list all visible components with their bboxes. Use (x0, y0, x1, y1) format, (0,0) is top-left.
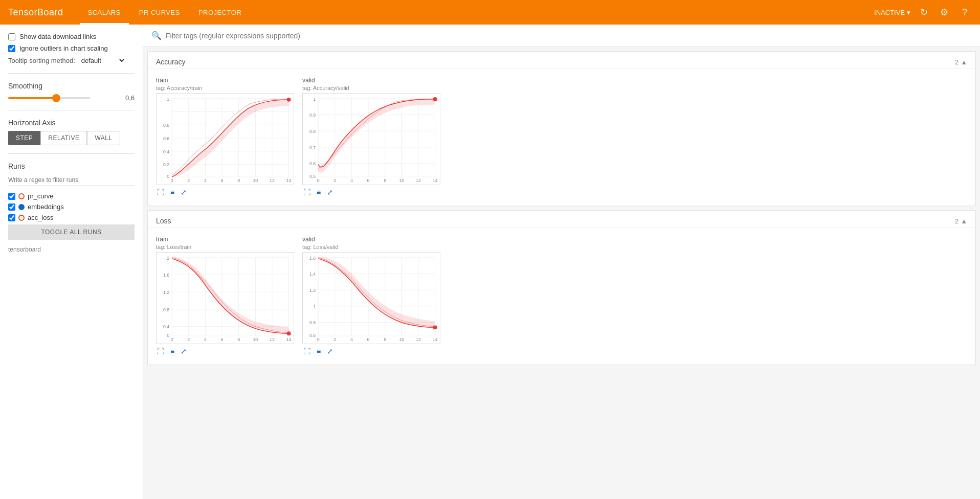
svg-text:0.6: 0.6 (309, 333, 316, 338)
svg-text:0.5: 0.5 (309, 174, 316, 179)
run-circle-acc-loss (18, 215, 25, 221)
loss-valid-data-btn[interactable]: ≡ (316, 346, 322, 356)
svg-text:0.8: 0.8 (309, 320, 316, 325)
main-content: 🔍 Accuracy 2 ▲ train tag: Accuracy/train (143, 25, 980, 499)
header-right: INACTIVE ▾ ↻ ⚙ ? (874, 5, 972, 19)
loss-train-expand-btn[interactable]: ⛶ (156, 346, 165, 356)
svg-text:0.8: 0.8 (163, 123, 169, 128)
svg-text:1.6: 1.6 (309, 256, 316, 261)
loss-valid-download-btn[interactable]: ⤢ (326, 346, 334, 356)
svg-text:10: 10 (253, 337, 258, 342)
accuracy-valid-download-btn[interactable]: ⤢ (326, 187, 334, 197)
tag-filter-input[interactable] (166, 32, 972, 40)
axis-title: Horizontal Axis (8, 119, 135, 127)
svg-text:14: 14 (433, 178, 438, 183)
svg-text:2: 2 (187, 178, 190, 183)
ignore-outliers-checkbox[interactable] (8, 45, 15, 52)
loss-train-svg: 2 1.6 1.2 0.8 0.4 0 0 2 4 6 8 1 (156, 252, 294, 344)
svg-text:14: 14 (286, 337, 292, 342)
svg-text:0: 0 (317, 178, 320, 183)
svg-text:0.2: 0.2 (163, 162, 169, 167)
accuracy-train-data-btn[interactable]: ≡ (169, 187, 175, 197)
accuracy-valid-expand-btn[interactable]: ⛶ (302, 187, 311, 197)
smoothing-slider-container: 0,6 (8, 94, 135, 102)
sidebar: Show data download links Ignore outliers… (0, 25, 143, 499)
tensorboard-footer-label: tensorboard (8, 246, 135, 253)
loss-valid-title: valid (302, 236, 440, 243)
axis-section: Horizontal Axis STEP RELATIVE WALL (8, 119, 135, 145)
tooltip-label: Tooltip sorting method: (8, 57, 75, 64)
nav-projector[interactable]: PROJECTOR (190, 0, 250, 25)
loss-section: Loss 2 ▲ train tag: Loss/train (147, 210, 976, 365)
accuracy-valid-card: valid tag: Accuracy/valid (298, 73, 444, 201)
show-download-label: Show data download links (19, 33, 96, 40)
nav-scalars[interactable]: SCALARS (80, 0, 129, 25)
run-item-embeddings: embeddings (8, 203, 135, 211)
accuracy-valid-svg: 1 0.9 0.8 0.7 0.6 0.5 0 2 4 6 8 (302, 93, 440, 185)
run-checkbox-embeddings[interactable] (8, 203, 15, 211)
svg-point-87 (287, 331, 291, 335)
accuracy-train-tag: tag: Accuracy/train (156, 85, 294, 91)
axis-buttons: STEP RELATIVE WALL (8, 131, 135, 145)
refresh-icon[interactable]: ↻ (917, 5, 931, 19)
toggle-all-runs-button[interactable]: TOGGLE ALL RUNS (8, 224, 135, 240)
show-download-checkbox[interactable] (8, 33, 15, 40)
runs-section: Runs pr_curve embeddings acc_loss TOGGLE… (8, 162, 135, 253)
svg-text:0.7: 0.7 (309, 145, 316, 150)
accuracy-valid-title: valid (302, 77, 440, 84)
svg-text:0: 0 (167, 333, 169, 338)
divider-3 (8, 153, 135, 154)
run-label-acc-loss: acc_loss (28, 214, 54, 221)
axis-relative-button[interactable]: RELATIVE (40, 131, 87, 145)
svg-text:8: 8 (237, 337, 240, 342)
axis-step-button[interactable]: STEP (8, 131, 40, 145)
run-checkbox-pr-curve[interactable] (8, 193, 15, 200)
run-checkbox-acc-loss[interactable] (8, 214, 15, 221)
accuracy-train-title: train (156, 77, 294, 84)
loss-valid-chart: 1.6 1.4 1.2 1 0.8 0.6 0 2 4 6 8 (302, 252, 440, 344)
svg-text:1: 1 (313, 304, 316, 309)
svg-text:0: 0 (167, 174, 169, 179)
svg-text:1: 1 (167, 97, 169, 102)
loss-train-data-btn[interactable]: ≡ (169, 346, 175, 356)
accuracy-train-chart: 1 0.8 0.6 0.4 0.2 0 0 2 4 6 8 1 (156, 93, 294, 185)
run-item-acc-loss: acc_loss (8, 214, 135, 221)
status-dropdown[interactable]: INACTIVE ▾ (874, 9, 910, 16)
accuracy-section-header: Accuracy 2 ▲ (148, 52, 975, 69)
svg-text:0.8: 0.8 (309, 129, 316, 134)
svg-text:0: 0 (171, 178, 173, 183)
svg-text:0.6: 0.6 (309, 161, 316, 166)
loss-valid-expand-btn[interactable]: ⛶ (302, 346, 311, 356)
svg-text:10: 10 (253, 178, 258, 183)
run-circle-embeddings (18, 204, 25, 210)
svg-text:0.8: 0.8 (163, 307, 169, 312)
runs-filter-input[interactable] (8, 174, 135, 186)
loss-section-header: Loss 2 ▲ (148, 211, 975, 228)
accuracy-train-svg: 1 0.8 0.6 0.4 0.2 0 0 2 4 6 8 1 (156, 93, 294, 185)
run-circle-pr-curve (18, 193, 25, 199)
svg-text:1.6: 1.6 (163, 273, 169, 278)
loss-train-actions: ⛶ ≡ ⤢ (156, 344, 294, 358)
smoothing-title: Smoothing (8, 82, 135, 90)
svg-text:6: 6 (221, 337, 224, 342)
loss-train-download-btn[interactable]: ⤢ (180, 346, 188, 356)
axis-wall-button[interactable]: WALL (87, 131, 120, 145)
loss-valid-svg: 1.6 1.4 1.2 1 0.8 0.6 0 2 4 6 8 (302, 252, 440, 344)
accuracy-train-download-btn[interactable]: ⤢ (180, 187, 188, 197)
header-nav: SCALARS PR CURVES PROJECTOR (80, 0, 874, 25)
svg-text:14: 14 (286, 178, 292, 183)
settings-icon[interactable]: ⚙ (937, 5, 951, 19)
smoothing-slider[interactable] (8, 97, 90, 99)
svg-text:14: 14 (433, 337, 438, 342)
nav-pr-curves[interactable]: PR CURVES (131, 0, 188, 25)
loss-train-card: train tag: Loss/train (152, 232, 298, 360)
loss-train-tag: tag: Loss/train (156, 244, 294, 250)
svg-text:2: 2 (187, 337, 190, 342)
svg-text:1: 1 (313, 97, 316, 102)
smoothing-value: 0,6 (125, 94, 135, 102)
display-options: Show data download links Ignore outliers… (8, 33, 135, 65)
help-icon[interactable]: ? (957, 5, 972, 19)
tooltip-select[interactable]: default descending ascending nearest (79, 56, 126, 65)
accuracy-train-expand-btn[interactable]: ⛶ (156, 187, 165, 197)
accuracy-valid-data-btn[interactable]: ≡ (316, 187, 322, 197)
